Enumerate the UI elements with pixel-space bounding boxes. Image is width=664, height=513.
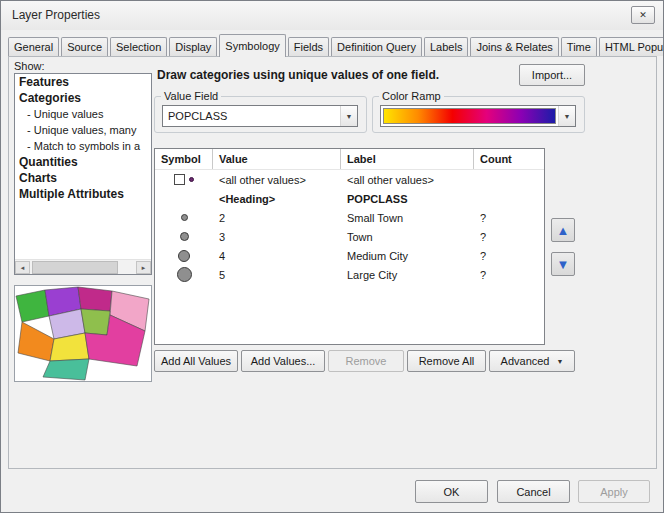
row-value: 2 [213, 212, 341, 224]
remove-button[interactable]: Remove [328, 350, 404, 372]
ok-button[interactable]: OK [415, 480, 488, 503]
row-value: 3 [213, 231, 341, 243]
row-count: ? [474, 269, 544, 281]
row-label[interactable]: Large City [341, 269, 474, 281]
row-value: <Heading> [213, 193, 341, 205]
row-value: 5 [213, 269, 341, 281]
add-values-button[interactable]: Add Values... [241, 350, 325, 372]
scroll-right-icon[interactable]: ► [136, 261, 151, 274]
tree-item-features[interactable]: Features [15, 74, 151, 90]
apply-button[interactable]: Apply [578, 480, 650, 503]
tree-item-multiple-attributes[interactable]: Multiple Attributes [15, 186, 151, 202]
table-row[interactable]: 4 Medium City ? [155, 246, 544, 265]
add-values-label: Add Values... [251, 355, 316, 367]
row-label[interactable]: Town [341, 231, 474, 243]
symbology-method-description: Draw categories using unique values of o… [157, 68, 513, 82]
arrow-down-icon: ▼ [557, 257, 570, 272]
table-row[interactable]: <all other values> <all other values> [155, 170, 544, 189]
show-label: Show: [14, 60, 45, 72]
column-header-symbol: Symbol [155, 149, 213, 169]
scroll-left-icon[interactable]: ◄ [15, 261, 30, 274]
all-other-values-symbol[interactable] [189, 177, 194, 182]
row-count: ? [474, 231, 544, 243]
remove-all-button[interactable]: Remove All [407, 350, 486, 372]
remove-label: Remove [346, 355, 387, 367]
tree-item-quantities[interactable]: Quantities [15, 154, 151, 170]
color-ramp-group-label: Color Ramp [379, 90, 444, 102]
tab-symbology[interactable]: Symbology [219, 34, 285, 57]
value-field-group-label: Value Field [161, 90, 221, 102]
row-label[interactable]: POPCLASS [341, 193, 474, 205]
row-label[interactable]: Small Town [341, 212, 474, 224]
tree-item-charts[interactable]: Charts [15, 170, 151, 186]
table-row[interactable]: 5 Large City ? [155, 265, 544, 284]
color-ramp-group: Color Ramp ▼ [372, 90, 585, 133]
remove-all-label: Remove All [419, 355, 475, 367]
tree-item-unique-values[interactable]: Unique values [15, 106, 151, 122]
apply-label: Apply [600, 486, 628, 498]
import-button-label: Import... [532, 69, 572, 81]
add-all-values-button[interactable]: Add All Values [154, 350, 238, 372]
symbol-preview-map [14, 285, 152, 382]
value-symbol[interactable] [178, 250, 190, 262]
row-count: ? [474, 250, 544, 262]
move-up-button[interactable]: ▲ [551, 218, 575, 242]
value-symbol[interactable] [181, 214, 188, 221]
table-row[interactable]: <Heading> POPCLASS [155, 189, 544, 208]
value-field-group: Value Field POPCLASS ▼ [154, 90, 367, 133]
value-field-selected: POPCLASS [163, 106, 340, 126]
ok-label: OK [444, 486, 460, 498]
tab-fields[interactable]: Fields [288, 37, 329, 56]
value-symbol[interactable] [180, 232, 189, 241]
chevron-down-icon[interactable]: ▼ [558, 106, 575, 126]
tree-item-unique-values-many[interactable]: Unique values, many [15, 122, 151, 138]
row-label[interactable]: Medium City [341, 250, 474, 262]
row-value: 4 [213, 250, 341, 262]
tab-time[interactable]: Time [561, 37, 597, 56]
arrow-up-icon: ▲ [557, 223, 570, 238]
tab-display[interactable]: Display [169, 37, 217, 56]
advanced-button[interactable]: Advanced ▼ [489, 350, 575, 372]
add-all-values-label: Add All Values [161, 355, 231, 367]
show-tree: Features Categories Unique values Unique… [14, 73, 152, 275]
tab-selection[interactable]: Selection [110, 37, 167, 56]
tree-horizontal-scrollbar[interactable]: ◄ ► [15, 259, 151, 274]
value-symbol[interactable] [177, 267, 192, 282]
color-ramp-preview [383, 108, 556, 124]
scrollbar-thumb[interactable] [32, 261, 118, 274]
titlebar[interactable]: Layer Properties ✕ [1, 1, 663, 30]
table-row[interactable]: 2 Small Town ? [155, 208, 544, 227]
chevron-down-icon[interactable]: ▼ [340, 106, 357, 126]
move-down-button[interactable]: ▼ [551, 252, 575, 276]
tree-item-categories[interactable]: Categories [15, 90, 151, 106]
column-header-value: Value [213, 149, 341, 169]
table-header: Symbol Value Label Count [155, 149, 544, 170]
tab-strip: General Source Selection Display Symbolo… [8, 34, 664, 56]
close-button[interactable]: ✕ [631, 6, 655, 24]
tab-source[interactable]: Source [61, 37, 108, 56]
cancel-label: Cancel [516, 486, 550, 498]
tab-labels[interactable]: Labels [424, 37, 468, 56]
close-icon: ✕ [639, 10, 647, 20]
window-title: Layer Properties [12, 8, 100, 22]
cancel-button[interactable]: Cancel [497, 480, 570, 503]
column-header-label: Label [341, 149, 474, 169]
row-value: <all other values> [213, 174, 341, 186]
tab-html-popup[interactable]: HTML Popup [599, 37, 664, 56]
tree-item-match-symbols[interactable]: Match to symbols in a [15, 138, 151, 154]
tab-definition-query[interactable]: Definition Query [331, 37, 422, 56]
column-header-count: Count [474, 149, 544, 169]
row-count: ? [474, 212, 544, 224]
symbology-page: Show: Features Categories Unique values … [8, 56, 657, 469]
tab-general[interactable]: General [8, 37, 59, 56]
layer-properties-dialog: Layer Properties ✕ General Source Select… [0, 0, 664, 513]
row-label[interactable]: <all other values> [341, 174, 474, 186]
table-row[interactable]: 3 Town ? [155, 227, 544, 246]
chevron-down-icon: ▼ [557, 358, 564, 365]
all-other-values-checkbox[interactable] [174, 174, 185, 185]
tab-joins-relates[interactable]: Joins & Relates [470, 37, 558, 56]
import-button[interactable]: Import... [519, 64, 585, 86]
color-ramp-select[interactable]: ▼ [380, 105, 576, 127]
value-field-select[interactable]: POPCLASS ▼ [162, 105, 358, 127]
advanced-label: Advanced [501, 355, 550, 367]
